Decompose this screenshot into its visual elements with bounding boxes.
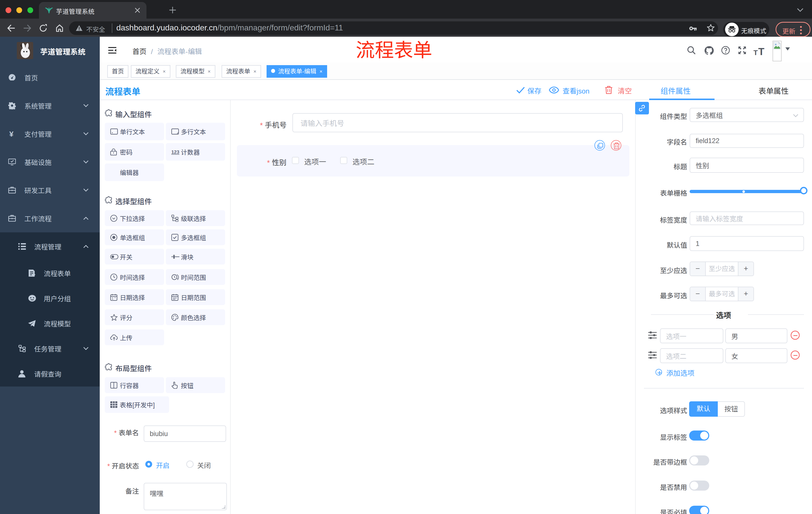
svg-text:¥: ¥ bbox=[9, 130, 13, 138]
svg-text:T: T bbox=[753, 49, 758, 56]
svg-text:T: T bbox=[758, 46, 764, 56]
svg-text:123: 123 bbox=[171, 150, 179, 155]
